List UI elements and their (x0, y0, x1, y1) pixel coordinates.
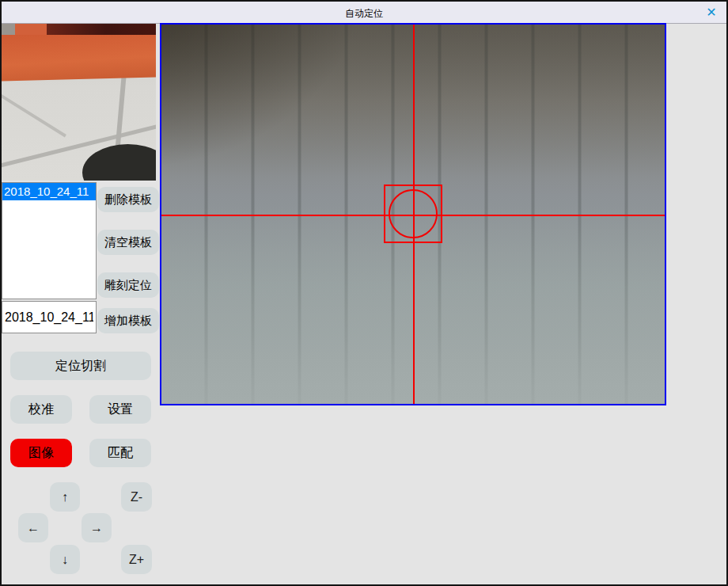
position-cut-button[interactable]: 定位切割 (10, 352, 151, 380)
jog-z-minus-button[interactable]: Z- (121, 482, 152, 512)
template-thumbnail (2, 24, 156, 181)
template-name-input[interactable] (2, 301, 97, 333)
calibrate-button[interactable]: 校准 (10, 395, 72, 424)
dialog-title: 自动定位 (2, 7, 726, 21)
thumbnail-orange-beam (2, 29, 156, 81)
jog-down-button[interactable]: ↓ (50, 545, 80, 574)
template-list-item[interactable]: 2018_10_24_11 (2, 183, 96, 200)
engrave-position-button[interactable]: 雕刻定位 (97, 272, 159, 298)
auto-position-dialog: 自动定位 ✕ 2018_10_24_11 删除模板 清空模板 雕刻定位 增加模板… (0, 0, 728, 586)
jog-z-plus-button[interactable]: Z+ (121, 545, 152, 574)
clear-templates-button[interactable]: 清空模板 (97, 230, 159, 255)
image-button[interactable]: 图像 (10, 439, 72, 467)
jog-left-button[interactable]: ← (18, 513, 48, 542)
add-template-button[interactable]: 增加模板 (97, 308, 159, 333)
close-icon[interactable]: ✕ (701, 4, 722, 21)
template-list[interactable]: 2018_10_24_11 (2, 182, 97, 299)
thumbnail-dark-bar (45, 24, 156, 35)
jog-up-button[interactable]: ↑ (50, 482, 80, 512)
thumbnail-gray-corner (2, 24, 16, 35)
camera-view[interactable] (160, 23, 666, 405)
match-button[interactable]: 匹配 (89, 439, 151, 467)
thumbnail-orange-notch (15, 24, 47, 35)
titlebar: 自动定位 ✕ (2, 2, 726, 24)
jog-right-button[interactable]: → (82, 513, 112, 542)
target-circle (389, 189, 438, 238)
settings-button[interactable]: 设置 (89, 395, 151, 424)
delete-template-button[interactable]: 删除模板 (97, 187, 159, 212)
